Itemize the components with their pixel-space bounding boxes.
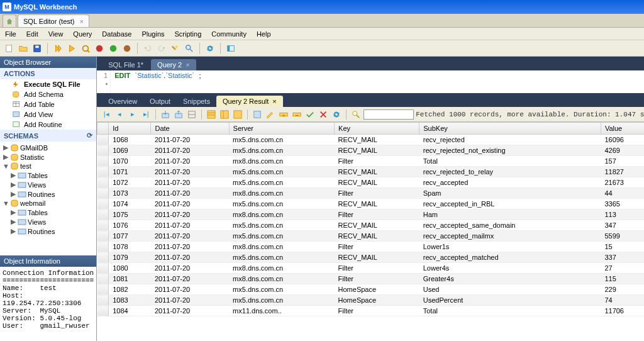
result-search-input[interactable] bbox=[364, 109, 414, 120]
edit-icon[interactable] bbox=[265, 109, 276, 120]
import-icon[interactable] bbox=[173, 109, 184, 120]
menu-query[interactable]: Query bbox=[73, 30, 92, 38]
menu-plugins[interactable]: Plugins bbox=[142, 30, 164, 38]
tab-output[interactable]: Output bbox=[143, 96, 177, 107]
col-key[interactable]: Key bbox=[335, 123, 419, 135]
stop-icon[interactable] bbox=[94, 43, 105, 54]
col-server[interactable]: Server bbox=[229, 123, 334, 135]
revert-icon[interactable] bbox=[318, 109, 329, 120]
triangle-right-icon[interactable]: ▶ bbox=[10, 218, 16, 226]
action-add-routine[interactable]: Add Routine bbox=[0, 120, 96, 130]
execute-current-icon[interactable] bbox=[66, 43, 77, 54]
table-row[interactable]: 10822011-07-20mx5.dns.com.cnHomeSpaceUse… bbox=[97, 284, 644, 295]
export-icon[interactable] bbox=[160, 109, 171, 120]
action-add-view[interactable]: Add View bbox=[0, 109, 96, 120]
tab-snippets[interactable]: Snippets bbox=[177, 96, 216, 107]
tab-overview[interactable]: Overview bbox=[102, 96, 143, 107]
form-view-icon[interactable] bbox=[219, 109, 230, 120]
table-row[interactable]: 10692011-07-20mx5.dns.com.cnRECV_MAILrec… bbox=[97, 145, 644, 156]
table-row[interactable]: 10702011-07-20mx8.dns.com.cnFilterTotal1… bbox=[97, 156, 644, 167]
result-grid[interactable]: IdDateServerKeySubKeyValueAddition 10682… bbox=[97, 122, 644, 341]
table-row[interactable]: 10722011-07-20mx5.dns.com.cnRECV_MAILrec… bbox=[97, 177, 644, 188]
triangle-right-icon[interactable]: ▶ bbox=[10, 171, 16, 179]
table-row[interactable]: 10812011-07-20mx8.dns.com.cnFilterGreate… bbox=[97, 274, 644, 284]
triangle-down-icon[interactable]: ▼ bbox=[3, 199, 9, 207]
schema-child-views[interactable]: ▶Views bbox=[3, 180, 94, 189]
open-sql-icon[interactable] bbox=[18, 43, 29, 54]
triangle-down-icon[interactable]: ▼ bbox=[3, 162, 9, 170]
menu-help[interactable]: Help bbox=[257, 30, 271, 38]
table-row[interactable]: 10732011-07-20mx8.dns.com.cnFilterSpam44 bbox=[97, 188, 644, 199]
editor-tab-1[interactable]: SQL File 1* bbox=[102, 59, 150, 70]
menu-community[interactable]: Community bbox=[211, 30, 247, 38]
new-sql-tab-icon[interactable] bbox=[4, 43, 15, 54]
save-icon[interactable] bbox=[31, 43, 43, 54]
menu-file[interactable]: File bbox=[5, 30, 16, 38]
prev-page-icon[interactable]: ◂ bbox=[114, 109, 125, 120]
col-id[interactable]: Id bbox=[109, 123, 151, 135]
redo-icon[interactable] bbox=[156, 43, 167, 54]
table-row[interactable]: 10752011-07-20mx8.dns.com.cnFilterHam113 bbox=[97, 210, 644, 220]
text-view-icon[interactable] bbox=[232, 109, 243, 120]
grid-view-icon[interactable] bbox=[206, 109, 217, 120]
table-row[interactable]: 10792011-07-20mx5.dns.com.cnRECV_MAILrec… bbox=[97, 252, 644, 263]
insert-row-icon[interactable]: + bbox=[278, 109, 289, 120]
next-page-icon[interactable]: ▸ bbox=[127, 109, 138, 120]
rollback-icon[interactable] bbox=[121, 43, 133, 54]
first-page-icon[interactable]: |◂ bbox=[101, 109, 112, 120]
refresh-result-icon[interactable] bbox=[331, 109, 342, 120]
col-value[interactable]: Value bbox=[601, 123, 644, 135]
menu-edit[interactable]: Edit bbox=[26, 30, 38, 38]
col-subkey[interactable]: SubKey bbox=[419, 123, 601, 135]
home-tab[interactable] bbox=[3, 14, 16, 27]
schema-child-tables[interactable]: ▶Tables bbox=[3, 170, 94, 180]
action-add-table[interactable]: Add Table bbox=[0, 99, 96, 109]
schema-test[interactable]: ▼test bbox=[3, 162, 94, 170]
menu-scripting[interactable]: Scripting bbox=[175, 30, 202, 38]
schema-child-routines[interactable]: ▶Routines bbox=[3, 189, 94, 199]
triangle-right-icon[interactable]: ▶ bbox=[10, 227, 16, 235]
triangle-right-icon[interactable]: ▶ bbox=[3, 153, 9, 161]
action-add-schema[interactable]: Add Schema bbox=[0, 89, 96, 99]
toggle-panel-icon[interactable] bbox=[225, 43, 236, 54]
sql-editor[interactable]: 1 • EDIT `Statistic`.`Statistic` ; bbox=[97, 70, 644, 93]
autosize-icon[interactable] bbox=[186, 109, 197, 120]
triangle-right-icon[interactable]: ▶ bbox=[3, 143, 9, 152]
last-page-icon[interactable]: ▸| bbox=[140, 109, 152, 120]
triangle-right-icon[interactable]: ▶ bbox=[10, 190, 16, 198]
explain-icon[interactable] bbox=[80, 43, 91, 54]
table-row[interactable]: 10842011-07-20mx11.dns.com..FilterTotal1… bbox=[97, 306, 644, 316]
schema-gmaildb[interactable]: ▶GMailDB bbox=[3, 143, 94, 152]
schema-child-routines[interactable]: ▶Routines bbox=[3, 226, 94, 236]
triangle-right-icon[interactable]: ▶ bbox=[10, 181, 16, 189]
refresh-icon[interactable]: ⟳ bbox=[87, 131, 92, 140]
schema-child-tables[interactable]: ▶Tables bbox=[3, 208, 94, 217]
commit-icon[interactable] bbox=[108, 43, 119, 54]
table-row[interactable]: 10832011-07-20mx5.dns.com.cnHomeSpaceUse… bbox=[97, 295, 644, 306]
schema-statistic[interactable]: ▶Statistic bbox=[3, 152, 94, 162]
delete-row-icon[interactable]: − bbox=[291, 109, 303, 120]
table-row[interactable]: 10802011-07-20mx8.dns.com.cnFilterLower4… bbox=[97, 263, 644, 274]
table-row[interactable]: 10742011-07-20mx5.dns.com.cnRECV_MAILrec… bbox=[97, 199, 644, 210]
triangle-right-icon[interactable]: ▶ bbox=[10, 208, 16, 216]
close-icon[interactable]: × bbox=[272, 98, 276, 105]
editor-tab-2[interactable]: Query 2× bbox=[151, 59, 196, 70]
col-date[interactable]: Date bbox=[151, 123, 229, 135]
connection-tab[interactable]: SQL Editor (test) × bbox=[18, 14, 89, 27]
search-result-icon[interactable] bbox=[350, 109, 362, 120]
wrap-cell-icon[interactable] bbox=[252, 109, 263, 120]
table-row[interactable]: 10762011-07-20mx5.dns.com.cnRECV_MAILrec… bbox=[97, 220, 644, 231]
execute-icon[interactable] bbox=[52, 43, 64, 54]
action-execute-sql[interactable]: Execute SQL File bbox=[0, 79, 96, 89]
apply-icon[interactable] bbox=[304, 109, 316, 120]
find-icon[interactable] bbox=[184, 43, 195, 54]
close-icon[interactable]: × bbox=[186, 61, 189, 69]
schema-child-views[interactable]: ▶Views bbox=[3, 217, 94, 226]
table-row[interactable]: 10682011-07-20mx5.dns.com.cnRECV_MAILrec… bbox=[97, 135, 644, 145]
reconnect-icon[interactable] bbox=[204, 43, 216, 54]
table-row[interactable]: 10712011-07-20mx5.dns.com.cnRECV_MAILrec… bbox=[97, 167, 644, 177]
table-row[interactable]: 10782011-07-20mx8.dns.com.cnFilterLower1… bbox=[97, 242, 644, 252]
menu-database[interactable]: Database bbox=[102, 30, 131, 38]
table-row[interactable]: 10772011-07-20mx5.dns.com.cnRECV_MAILrec… bbox=[97, 231, 644, 242]
close-icon[interactable]: × bbox=[80, 18, 84, 25]
